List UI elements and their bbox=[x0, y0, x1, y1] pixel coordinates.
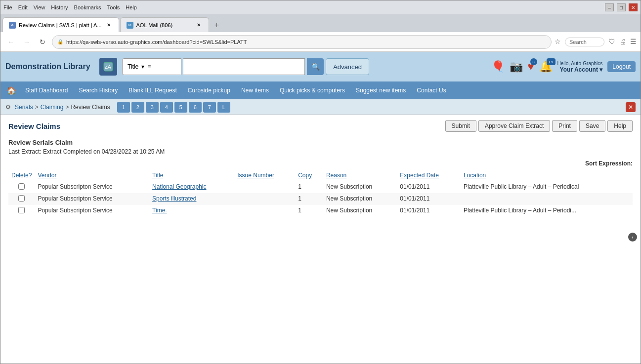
nav-contact-us[interactable]: Contact Us bbox=[412, 82, 451, 98]
copy-cell: 1 bbox=[295, 205, 323, 217]
close-button[interactable]: ✕ bbox=[629, 3, 638, 11]
vendor-cell: Popular Subscripton Service bbox=[35, 181, 149, 194]
advanced-search-button[interactable]: Advanced bbox=[326, 58, 369, 75]
reason-cell: New Subscription bbox=[323, 181, 397, 194]
page-btn-2[interactable]: 2 bbox=[131, 102, 144, 113]
dropdown-chevron-icon: ▾ bbox=[141, 63, 144, 70]
col-copy[interactable]: Copy bbox=[295, 170, 323, 181]
col-location-link[interactable]: Location bbox=[464, 172, 486, 179]
title-link[interactable]: National Geographic bbox=[152, 183, 206, 190]
nav-blank-ill[interactable]: Blank ILL Request bbox=[124, 82, 182, 98]
tab-close-1[interactable]: ✕ bbox=[105, 21, 113, 29]
help-button[interactable]: Help bbox=[607, 120, 633, 132]
menu-history[interactable]: History bbox=[51, 4, 68, 10]
menu-help[interactable]: Help bbox=[126, 4, 137, 10]
sort-expression-label: Sort Expression: bbox=[8, 160, 633, 167]
col-title[interactable]: Title bbox=[149, 170, 234, 181]
save-button[interactable]: Save bbox=[579, 120, 605, 132]
breadcrumb-claiming[interactable]: Claiming bbox=[41, 104, 64, 111]
menu-tools[interactable]: Tools bbox=[107, 4, 120, 10]
delete-checkbox[interactable] bbox=[18, 195, 25, 202]
scroll-indicator[interactable]: ‹ bbox=[628, 233, 637, 242]
nav-quick-picks[interactable]: Quick picks & computers bbox=[275, 82, 350, 98]
search-input[interactable] bbox=[183, 58, 305, 75]
menu-icon[interactable]: ☰ bbox=[630, 38, 637, 46]
page-btn-5[interactable]: 5 bbox=[174, 102, 187, 113]
col-vendor[interactable]: Vendor bbox=[35, 170, 149, 181]
delete-checkbox[interactable] bbox=[18, 207, 25, 213]
page-btn-6[interactable]: 6 bbox=[189, 102, 202, 113]
delete-checkbox-cell bbox=[8, 181, 35, 194]
minimize-button[interactable]: – bbox=[605, 3, 614, 11]
tab-review-claims[interactable]: A Review Claims | SWLS | platt | A... ✕ bbox=[2, 17, 119, 32]
url-text: https://qa-swls-verso.auto-graphics.com/… bbox=[66, 39, 247, 45]
nav-bar: 🏠 Staff Dashboard Search History Blank I… bbox=[0, 81, 641, 99]
maximize-button[interactable]: □ bbox=[617, 3, 626, 11]
tab-label-2: AOL Mail (806) bbox=[136, 22, 173, 28]
col-location[interactable]: Location bbox=[461, 170, 633, 181]
page-btn-4[interactable]: 4 bbox=[160, 102, 173, 113]
page-btn-1[interactable]: 1 bbox=[117, 102, 130, 113]
heart-badge-wrapper[interactable]: ♥ 3 bbox=[528, 60, 534, 73]
menu-edit[interactable]: Edit bbox=[18, 4, 28, 10]
title-link[interactable]: Sports illustrated bbox=[152, 195, 196, 202]
browser-frame: File Edit View History Bookmarks Tools H… bbox=[0, 0, 641, 364]
nav-curbside[interactable]: Curbside pickup bbox=[183, 82, 235, 98]
bookmark-star-icon[interactable]: ☆ bbox=[555, 38, 561, 46]
breadcrumb-serials[interactable]: Serials bbox=[15, 104, 33, 111]
col-date-link[interactable]: Expected Date bbox=[400, 172, 439, 179]
col-issue-link[interactable]: Issue Number bbox=[237, 172, 274, 179]
search-button[interactable]: 🔍 bbox=[307, 58, 324, 75]
forward-button[interactable]: → bbox=[20, 36, 33, 48]
camera-icon[interactable]: 📷 bbox=[510, 60, 523, 73]
title-bar: File Edit View History Bookmarks Tools H… bbox=[0, 0, 641, 14]
approve-claim-button[interactable]: Approve Claim Extract bbox=[478, 120, 550, 132]
breadcrumb-bar: ⚙ Serials > Claiming > Review Claims 1 2… bbox=[0, 99, 641, 115]
nav-staff-dashboard[interactable]: Staff Dashboard bbox=[20, 82, 73, 98]
vendor-cell: Popular Subscripton Service bbox=[35, 205, 149, 217]
url-bar[interactable]: 🔒 https://qa-swls-verso.auto-graphics.co… bbox=[52, 35, 552, 49]
col-reason[interactable]: Reason bbox=[323, 170, 397, 181]
col-reason-link[interactable]: Reason bbox=[326, 172, 346, 179]
balloon-icon[interactable]: 🎈 bbox=[491, 60, 505, 73]
nav-suggest-new[interactable]: Suggest new items bbox=[351, 82, 411, 98]
reason-cell: New Subscription bbox=[323, 193, 397, 205]
shield-icon: 🛡 bbox=[608, 38, 615, 46]
section-title: Review Serials Claim bbox=[8, 139, 633, 146]
logout-button[interactable]: Logout bbox=[607, 61, 636, 72]
submit-button[interactable]: Submit bbox=[445, 120, 476, 132]
delete-checkbox[interactable] bbox=[18, 183, 25, 190]
menu-bookmarks[interactable]: Bookmarks bbox=[74, 4, 101, 10]
menu-view[interactable]: View bbox=[34, 4, 45, 10]
col-issue[interactable]: Issue Number bbox=[234, 170, 295, 181]
heart-badge: 3 bbox=[530, 58, 537, 65]
serials-icon: ⚙ bbox=[5, 104, 11, 111]
breadcrumb-close-button[interactable]: ✕ bbox=[626, 102, 636, 112]
nav-new-items[interactable]: New items bbox=[236, 82, 274, 98]
tab-aol-mail[interactable]: M AOL Mail (806) ✕ bbox=[120, 17, 209, 32]
col-vendor-link[interactable]: Vendor bbox=[38, 172, 56, 179]
location-cell: Platteville Public Library – Adult – Per… bbox=[461, 181, 633, 194]
search-box[interactable]: Search bbox=[565, 38, 604, 46]
header-icons-right: 🎈 📷 ♥ 3 🔔 F9 Hello, Auto-Graphics Your A… bbox=[491, 60, 636, 73]
col-expected-date[interactable]: Expected Date bbox=[397, 170, 461, 181]
menu-file[interactable]: File bbox=[3, 4, 12, 10]
title-link[interactable]: Time. bbox=[152, 207, 167, 214]
print-icon[interactable]: 🖨 bbox=[619, 38, 626, 46]
page-btn-3[interactable]: 3 bbox=[146, 102, 159, 113]
nav-home-button[interactable]: 🏠 bbox=[3, 82, 19, 98]
nav-search-history[interactable]: Search History bbox=[74, 82, 123, 98]
page-btn-L[interactable]: L bbox=[217, 102, 230, 113]
print-button[interactable]: Print bbox=[552, 120, 577, 132]
reload-button[interactable]: ↻ bbox=[36, 36, 49, 48]
account-area[interactable]: Hello, Auto-Graphics Your Account ▾ bbox=[557, 61, 603, 73]
bell-badge-wrapper[interactable]: 🔔 F9 bbox=[539, 60, 553, 73]
page-btn-7[interactable]: 7 bbox=[203, 102, 216, 113]
col-title-link[interactable]: Title bbox=[152, 172, 163, 179]
tab-label-1: Review Claims | SWLS | platt | A... bbox=[19, 22, 102, 28]
search-type-dropdown[interactable]: Title ▾ ≡ bbox=[122, 58, 181, 75]
tab-close-2[interactable]: ✕ bbox=[195, 21, 203, 29]
back-button[interactable]: ← bbox=[4, 36, 17, 48]
col-copy-link[interactable]: Copy bbox=[298, 172, 312, 179]
new-tab-button[interactable]: + bbox=[210, 18, 224, 32]
